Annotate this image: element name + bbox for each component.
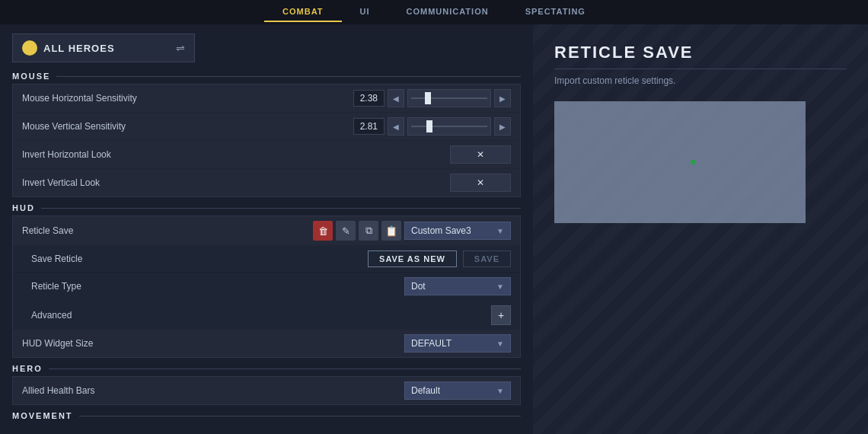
advanced-plus-button[interactable]: + — [491, 305, 511, 325]
right-panel-title: RETICLE SAVE — [554, 43, 847, 69]
mouse-vertical-left[interactable]: ◀ — [388, 117, 404, 136]
mouse-vertical-right[interactable]: ▶ — [494, 117, 511, 136]
slider-thumb[interactable] — [425, 92, 431, 104]
reticle-save-row: Reticle Save 🗑 ✎ ⧉ 📋 Custom Save3 ▼ — [13, 216, 520, 246]
mouse-vertical-label: Mouse Vertical Sensitivity — [22, 121, 353, 132]
slider-track-2 — [411, 126, 487, 127]
hud-widget-label: HUD Widget Size — [22, 338, 404, 349]
save-reticle-label: Save Reticle — [31, 254, 362, 264]
transfer-icon: ⇌ — [176, 42, 185, 54]
movement-label: MOVEMENT — [12, 411, 79, 420]
hud-widget-size-row: HUD Widget Size DEFAULT ▼ — [13, 330, 520, 357]
left-panel: ALL HEROES ⇌ MOUSE Mouse Horizontal Sens… — [0, 24, 533, 434]
top-nav: COMBAT UI COMMUNICATION SPECTATING — [0, 0, 868, 24]
right-panel-description: Import custom reticle settings. — [554, 75, 847, 86]
mouse-horizontal-value: 2.38 — [353, 90, 385, 107]
invert-horizontal-checkbox[interactable]: ✕ — [450, 145, 511, 164]
right-panel: RETICLE SAVE Import custom reticle setti… — [533, 24, 868, 434]
hud-widget-dropdown[interactable]: DEFAULT ▼ — [404, 334, 511, 353]
invert-vertical-checkbox[interactable]: ✕ — [450, 174, 511, 192]
reticle-save-selected: Custom Save3 — [411, 225, 471, 236]
mouse-vertical-slider[interactable] — [407, 117, 491, 136]
hero-label: HERO — [12, 364, 49, 373]
save-button: SAVE — [463, 251, 511, 267]
save-as-new-button[interactable]: SAVE AS NEW — [368, 251, 457, 267]
mouse-horizontal-row: Mouse Horizontal Sensitivity 2.38 ◀ ▶ — [13, 85, 520, 113]
mouse-vertical-row: Mouse Vertical Sensitivity 2.81 ◀ ▶ — [13, 113, 520, 141]
tab-ui[interactable]: UI — [342, 2, 388, 22]
mouse-divider — [56, 76, 521, 77]
reticle-save-dropdown[interactable]: Custom Save3 ▼ — [404, 222, 511, 240]
hero-name: ALL HEROES — [43, 43, 170, 54]
allied-health-label: Allied Health Bars — [22, 385, 404, 396]
reticle-type-dropdown[interactable]: Dot ▼ — [404, 277, 511, 295]
invert-vertical-label: Invert Vertical Look — [22, 177, 450, 188]
reticle-paste-button[interactable]: 📋 — [381, 221, 401, 241]
mouse-settings: Mouse Horizontal Sensitivity 2.38 ◀ ▶ Mo… — [12, 84, 521, 197]
mouse-horizontal-left[interactable]: ◀ — [388, 89, 404, 107]
tab-spectating[interactable]: SPECTATING — [507, 2, 604, 22]
hero-settings: Allied Health Bars Default ▼ — [12, 376, 521, 405]
reticle-save-label: Reticle Save — [22, 225, 310, 236]
hud-settings: Reticle Save 🗑 ✎ ⧉ 📋 Custom Save3 ▼ Save… — [12, 215, 521, 358]
save-reticle-row: Save Reticle SAVE AS NEW SAVE — [13, 246, 520, 273]
hud-section-header: HUD — [12, 203, 521, 212]
mouse-label: MOUSE — [12, 72, 56, 81]
slider-track — [411, 97, 487, 99]
tab-combat[interactable]: COMBAT — [264, 2, 341, 22]
hud-widget-arrow: ▼ — [496, 340, 504, 348]
tab-communication[interactable]: COMMUNICATION — [388, 2, 507, 22]
hero-selector[interactable]: ALL HEROES ⇌ — [12, 34, 195, 62]
mouse-horizontal-right[interactable]: ▶ — [494, 89, 511, 107]
mouse-horizontal-label: Mouse Horizontal Sensitivity — [22, 93, 353, 104]
reticle-type-arrow: ▼ — [496, 282, 504, 291]
main-layout: ALL HEROES ⇌ MOUSE Mouse Horizontal Sens… — [0, 24, 868, 434]
movement-section-header: MOVEMENT — [12, 411, 521, 420]
invert-horizontal-controls: ✕ — [450, 145, 511, 164]
allied-health-row: Allied Health Bars Default ▼ — [13, 377, 520, 404]
mouse-vertical-controls: 2.81 ◀ ▶ — [353, 117, 511, 136]
invert-vertical-row: Invert Vertical Look ✕ — [13, 169, 520, 196]
invert-vertical-controls: ✕ — [450, 174, 511, 192]
slider-thumb-2[interactable] — [426, 120, 432, 132]
mouse-vertical-value: 2.81 — [353, 118, 385, 135]
reticle-delete-button[interactable]: 🗑 — [313, 221, 333, 241]
hud-widget-selected: DEFAULT — [411, 338, 452, 349]
invert-horizontal-label: Invert Horizontal Look — [22, 149, 450, 160]
reticle-preview — [554, 101, 806, 223]
reticle-dot — [691, 160, 695, 164]
hero-divider — [49, 369, 521, 369]
heroes-icon — [22, 40, 37, 56]
hud-label: HUD — [12, 203, 41, 212]
mouse-horizontal-controls: 2.38 ◀ ▶ — [353, 89, 511, 107]
reticle-type-row: Reticle Type Dot ▼ — [13, 273, 520, 301]
invert-horizontal-row: Invert Horizontal Look ✕ — [13, 141, 520, 169]
allied-health-selected: Default — [411, 385, 440, 396]
reticle-dropdown-arrow: ▼ — [496, 227, 504, 235]
reticle-type-selected: Dot — [411, 281, 426, 292]
advanced-row: Advanced + — [13, 301, 520, 330]
mouse-section-header: MOUSE — [12, 72, 521, 81]
advanced-label: Advanced — [31, 310, 491, 321]
allied-health-arrow: ▼ — [496, 387, 504, 395]
allied-health-dropdown[interactable]: Default ▼ — [404, 381, 511, 400]
reticle-type-label: Reticle Type — [31, 281, 404, 292]
mouse-horizontal-slider[interactable] — [407, 89, 491, 107]
reticle-copy-button[interactable]: ⧉ — [359, 221, 378, 241]
reticle-edit-button[interactable]: ✎ — [336, 221, 356, 241]
movement-divider — [79, 416, 521, 416]
hud-divider — [41, 208, 521, 209]
hero-section-header: HERO — [12, 364, 521, 373]
